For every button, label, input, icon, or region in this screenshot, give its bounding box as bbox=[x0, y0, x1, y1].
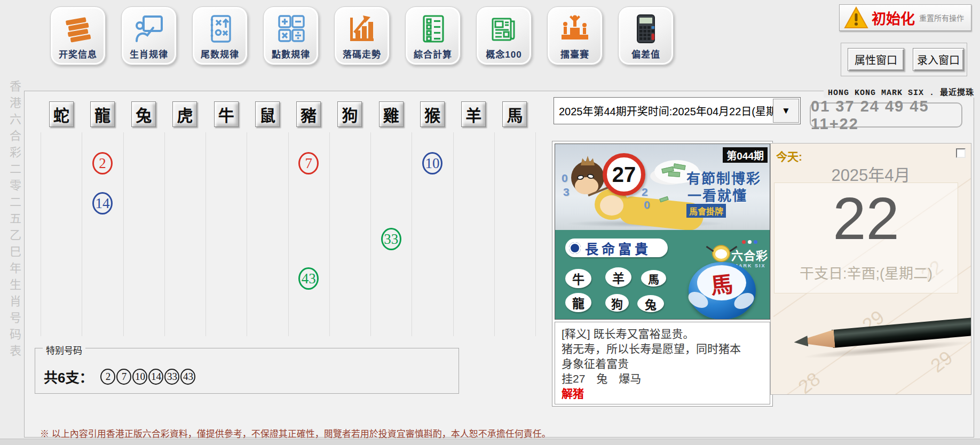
zodiac-oval: 狗 bbox=[605, 294, 629, 312]
grid-column-line bbox=[412, 132, 412, 336]
promo-slogan-line2: 一看就懂 bbox=[687, 185, 747, 204]
grid-column-line bbox=[247, 132, 247, 336]
toolbar-button-concept-100[interactable]: 概念100 bbox=[476, 6, 532, 65]
toolbar-button-label: 生肖规律 bbox=[122, 47, 176, 60]
zodiac-button[interactable]: 猴 bbox=[420, 101, 445, 127]
grid-column-line bbox=[41, 132, 41, 336]
grid-circled-number: 33 bbox=[381, 228, 401, 250]
grid-column-line bbox=[164, 132, 165, 336]
initialize-label: 初始化 bbox=[872, 7, 915, 28]
property-window-button[interactable]: 属性窗口 bbox=[848, 48, 904, 71]
zodiac-button[interactable]: 羊 bbox=[461, 101, 486, 127]
math-grid-icon bbox=[275, 13, 307, 44]
toolbar-button-deviation[interactable]: 偏差值 bbox=[618, 6, 674, 65]
calculator-icon bbox=[630, 13, 662, 44]
ball-zodiac-character: 馬 bbox=[709, 265, 734, 300]
entry-window-button[interactable]: 录入窗口 bbox=[913, 48, 964, 71]
toolbar-button-label: 概念100 bbox=[477, 47, 531, 60]
toolbar-button-label: 尾数规律 bbox=[193, 47, 247, 60]
zodiac-number-grid: 2147433310 bbox=[41, 132, 536, 336]
checklist-icon bbox=[417, 13, 449, 44]
promo-description-box: [释义] 既长寿又富裕显贵。 猪无寿，所以长寿是愿望，同时猪本 身象征着富贵 挂… bbox=[555, 322, 770, 404]
zodiac-oval: 馬 bbox=[641, 270, 666, 287]
grid-column-line bbox=[206, 132, 206, 336]
mark-six-group-label: HONG KONG MARK SIX . 最近搅珠 bbox=[824, 86, 978, 98]
promo-banner: 長命富貴 bbox=[565, 239, 668, 257]
toolbar-button-label: 綜合計算 bbox=[406, 47, 460, 60]
zodiac-button[interactable]: 蛇 bbox=[49, 101, 74, 127]
app-window: { "side_title": "香港六合彩二零二五乙巳年生肖号码表", "to… bbox=[0, 0, 980, 445]
grid-circled-number: 10 bbox=[422, 152, 442, 174]
toolbar-button-label: 擂臺賽 bbox=[548, 47, 602, 60]
zodiac-oval: 兔 bbox=[637, 295, 664, 312]
presenter-icon bbox=[133, 13, 165, 44]
calendar-ganzhi: 干支日:辛酉;(星期二) bbox=[774, 262, 958, 283]
calendar-panel: 22292928 今天: 2025年4月 22 干支日:辛酉;(星期二) bbox=[770, 143, 971, 395]
promo-answer: 解猪 bbox=[562, 386, 763, 401]
grid-circled-number: 43 bbox=[298, 267, 319, 290]
grid-column-line bbox=[288, 132, 289, 336]
logo-dots-icon bbox=[731, 236, 768, 246]
zodiac-button[interactable]: 鼠 bbox=[255, 101, 280, 127]
zodiac-oval: 龍 bbox=[565, 293, 591, 312]
initialize-button[interactable]: 初始化 重置所有操作 bbox=[839, 4, 971, 31]
side-title: 香港六合彩二零二五乙巳年生肖号码表 bbox=[5, 80, 22, 361]
grid-column-line bbox=[453, 132, 454, 336]
club-logo-icon bbox=[569, 242, 581, 254]
chevron-down-icon: ▼ bbox=[781, 106, 791, 116]
grid-circled-number: 2 bbox=[92, 152, 113, 174]
lottery-ball: 馬 bbox=[689, 262, 756, 320]
grid-column-line bbox=[535, 132, 536, 336]
calendar-day-box: 22 干支日:辛酉;(星期二) bbox=[774, 182, 958, 293]
toolbar-button-point-pattern[interactable]: 點數規律 bbox=[263, 6, 319, 65]
grid-column-line bbox=[494, 132, 495, 336]
issue-number-label: 第044期 bbox=[723, 147, 768, 163]
grid-column-line bbox=[329, 132, 330, 336]
trend-chart-icon bbox=[346, 13, 378, 44]
strategy-icon bbox=[204, 13, 236, 44]
toolbar-button-comprehensive-calc[interactable]: 綜合計算 bbox=[405, 6, 461, 65]
window-buttons-group: 属性窗口 录入窗口 bbox=[841, 43, 967, 76]
initialize-sub-label: 重置所有操作 bbox=[919, 12, 964, 23]
dropdown-arrow-button[interactable]: ▼ bbox=[773, 99, 799, 123]
latest-draw-numbers: 01 37 24 49 45 11+22 bbox=[810, 102, 962, 128]
toolbar-button-zodiac-pattern[interactable]: 生肖规律 bbox=[121, 6, 177, 65]
period-dropdown[interactable]: 2025年第44期开奖时间:2025年04月22日(星期二) ▼ bbox=[554, 97, 801, 124]
toolbar-button-label: 落碼走勢 bbox=[335, 47, 389, 60]
grid-column-line bbox=[123, 132, 124, 336]
calendar-checkbox[interactable] bbox=[956, 148, 966, 158]
zodiac-oval: 羊 bbox=[605, 267, 631, 287]
special-count-label: 共6支： bbox=[44, 367, 93, 386]
grid-circled-number: 7 bbox=[298, 152, 319, 174]
toolbar-button-draw-info[interactable]: 开奖信息 bbox=[50, 6, 106, 65]
special-numbers-list: 2710143343 bbox=[100, 369, 196, 385]
promo-panel: 27 0 3 2 0 有節制博彩 一看就懂 馬會掛牌 第044期 長命富貴 bbox=[552, 141, 773, 407]
special-circled-number: 14 bbox=[148, 369, 163, 385]
podium-icon bbox=[559, 13, 591, 44]
grid-circled-number: 14 bbox=[92, 192, 113, 214]
zodiac-button[interactable]: 雞 bbox=[379, 101, 404, 127]
promo-green-section: 長命富貴 六合彩 MARK SIX 馬 牛 羊 馬 龍 狗 bbox=[555, 230, 770, 320]
promo-badge: 馬會掛牌 bbox=[686, 204, 726, 218]
toolbar-button-arena[interactable]: 擂臺賽 bbox=[547, 6, 603, 65]
crown-icon bbox=[581, 156, 595, 165]
toolbar-button-tail-pattern[interactable]: 尾数规律 bbox=[192, 6, 248, 65]
sign-number-circle: 27 bbox=[603, 153, 645, 196]
special-numbers-title: 特别号码 bbox=[43, 343, 85, 356]
zodiac-button[interactable]: 馬 bbox=[502, 101, 527, 127]
zodiac-button[interactable]: 豬 bbox=[296, 101, 321, 127]
zodiac-button[interactable]: 兔 bbox=[131, 101, 156, 127]
zodiac-button[interactable]: 狗 bbox=[337, 101, 362, 127]
zodiac-button[interactable]: 虎 bbox=[172, 101, 197, 127]
period-dropdown-value: 2025年第44期开奖时间:2025年04月22日(星期二) bbox=[559, 103, 791, 118]
zodiac-button[interactable]: 龍 bbox=[90, 101, 115, 127]
warning-icon bbox=[844, 6, 868, 29]
special-circled-number: 43 bbox=[180, 369, 195, 385]
bottom-strip bbox=[0, 439, 980, 445]
zodiac-oval: 牛 bbox=[565, 269, 591, 288]
toolbar-button-trend[interactable]: 落碼走勢 bbox=[334, 6, 390, 65]
special-circled-number: 7 bbox=[116, 369, 131, 385]
calendar-day: 22 bbox=[774, 187, 958, 250]
zodiac-button[interactable]: 牛 bbox=[214, 101, 239, 127]
special-circled-number: 2 bbox=[100, 369, 115, 385]
